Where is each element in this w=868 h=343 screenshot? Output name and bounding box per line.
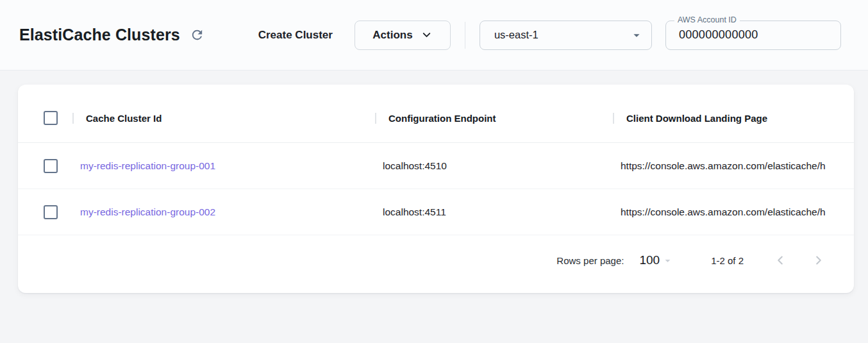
actions-button[interactable]: Actions bbox=[355, 21, 451, 50]
toolbar-divider bbox=[465, 22, 465, 49]
refresh-button[interactable] bbox=[188, 26, 207, 45]
select-all-checkbox[interactable] bbox=[44, 111, 58, 125]
row-checkbox[interactable] bbox=[44, 205, 58, 219]
column-header-client-download-landing-page[interactable]: Client Download Landing Page bbox=[613, 113, 854, 124]
client-download-landing-page-cell: https://console.aws.amazon.com/elasticac… bbox=[613, 160, 854, 172]
row-checkbox-cell bbox=[18, 159, 72, 173]
aws-account-id-label: AWS Account ID bbox=[674, 15, 740, 24]
caret-down-icon bbox=[630, 28, 644, 42]
main-content: Cache Cluster Id Configuration Endpoint … bbox=[0, 71, 868, 293]
actions-button-label: Actions bbox=[372, 29, 412, 42]
column-header-label: Client Download Landing Page bbox=[626, 113, 767, 124]
column-header-configuration-endpoint[interactable]: Configuration Endpoint bbox=[375, 113, 613, 124]
table-header-row: Cache Cluster Id Configuration Endpoint … bbox=[18, 85, 854, 143]
chevron-down-icon bbox=[421, 29, 433, 41]
aws-account-id-field: AWS Account ID bbox=[665, 21, 841, 50]
page-title: ElastiCache Clusters bbox=[19, 26, 180, 44]
configuration-endpoint-cell: localhost:4510 bbox=[375, 160, 613, 172]
region-select[interactable]: us-east-1 bbox=[480, 21, 652, 50]
next-page-button[interactable] bbox=[808, 249, 830, 271]
clusters-table-card: Cache Cluster Id Configuration Endpoint … bbox=[18, 85, 854, 293]
row-checkbox-cell bbox=[18, 205, 72, 219]
rows-per-page-label: Rows per page: bbox=[556, 255, 624, 266]
column-header-label: Cache Cluster Id bbox=[86, 113, 162, 124]
configuration-endpoint-cell: localhost:4511 bbox=[375, 206, 613, 218]
cache-cluster-id-link[interactable]: my-redis-replication-group-001 bbox=[80, 160, 215, 171]
region-selected-value: us-east-1 bbox=[494, 29, 538, 41]
rows-per-page-value: 100 bbox=[639, 253, 660, 267]
rows-per-page-select[interactable]: 100 bbox=[639, 253, 674, 267]
chevron-right-icon bbox=[812, 253, 826, 267]
caret-down-icon bbox=[662, 255, 674, 267]
column-header-cache-cluster-id[interactable]: Cache Cluster Id bbox=[72, 113, 375, 124]
table-row[interactable]: my-redis-replication-group-002 localhost… bbox=[18, 189, 854, 235]
table-pagination: Rows per page: 100 1-2 of 2 bbox=[18, 235, 854, 293]
table-row[interactable]: my-redis-replication-group-001 localhost… bbox=[18, 143, 854, 189]
pagination-range-label: 1-2 of 2 bbox=[711, 255, 744, 266]
row-checkbox[interactable] bbox=[44, 159, 58, 173]
create-cluster-button[interactable]: Create Cluster bbox=[258, 29, 333, 42]
toolbar: ElastiCache Clusters Create Cluster Acti… bbox=[0, 0, 868, 71]
previous-page-button[interactable] bbox=[769, 249, 791, 271]
chevron-left-icon bbox=[773, 253, 787, 267]
header-checkbox-cell bbox=[18, 111, 72, 125]
refresh-icon bbox=[190, 28, 204, 42]
cache-cluster-id-link[interactable]: my-redis-replication-group-002 bbox=[80, 206, 215, 217]
aws-account-id-input[interactable] bbox=[666, 21, 840, 49]
column-header-label: Configuration Endpoint bbox=[388, 113, 496, 124]
client-download-landing-page-cell: https://console.aws.amazon.com/elasticac… bbox=[613, 206, 854, 218]
